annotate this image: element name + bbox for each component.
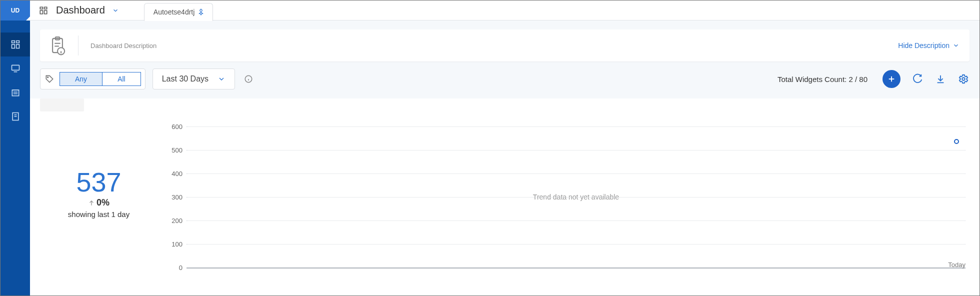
pin-icon[interactable]: [198, 8, 204, 16]
date-range-info-icon[interactable]: [244, 74, 253, 84]
chevron-down-icon: [952, 42, 960, 49]
widget-title-placeholder: [40, 98, 84, 112]
gridline: [186, 197, 966, 198]
reports-icon: [10, 112, 20, 122]
x-axis-label: Today: [948, 261, 966, 268]
top-bar: Dashboard Autoetse4drtj: [30, 0, 980, 20]
y-tick: 500: [172, 146, 182, 154]
monitor-icon: [10, 64, 20, 74]
clipboard-info-icon: [49, 36, 66, 56]
y-tick: 200: [172, 217, 182, 224]
svg-rect-14: [44, 7, 47, 9]
archive-icon: [10, 88, 20, 98]
left-rail: UD: [0, 0, 30, 296]
hide-description-button[interactable]: Hide Description: [898, 42, 960, 50]
gridline: [186, 244, 966, 244]
app-logo-text: UD: [11, 7, 20, 14]
svg-rect-16: [44, 10, 47, 14]
widgets-count-label: Total Widgets Count: 2 / 80: [778, 75, 868, 84]
add-widget-button[interactable]: [882, 70, 900, 88]
settings-button[interactable]: [958, 73, 970, 85]
svg-rect-3: [16, 44, 19, 48]
kpi-block: 537 0% showing last 1 day: [40, 126, 158, 218]
kpi-delta-value: 0%: [96, 198, 110, 208]
nav-dashboard[interactable]: [0, 32, 30, 56]
arrow-up-icon: [88, 200, 95, 206]
page-title: Dashboard: [56, 4, 105, 16]
gear-icon: [958, 74, 969, 84]
refresh-button[interactable]: [912, 73, 924, 85]
gridline: [186, 174, 966, 174]
kpi-subtext: showing last 1 day: [40, 210, 158, 218]
nav-archive[interactable]: [0, 80, 30, 104]
gridline: [186, 126, 966, 127]
tab-current[interactable]: Autoetse4drtj: [144, 3, 214, 21]
description-label: Dashboard Description: [90, 42, 156, 50]
y-tick: 400: [172, 170, 182, 178]
tag-mode-segmented: Any All: [60, 72, 141, 86]
nav-monitor[interactable]: [0, 56, 30, 80]
svg-point-24: [48, 77, 48, 78]
refresh-icon: [912, 74, 923, 84]
description-panel: Dashboard Description Hide Description: [40, 30, 970, 62]
date-range-label: Last 30 Days: [162, 74, 208, 84]
hide-description-label: Hide Description: [898, 42, 950, 50]
plus-icon: [887, 74, 896, 84]
svg-rect-2: [12, 44, 14, 48]
svg-rect-13: [40, 7, 42, 9]
download-button[interactable]: [934, 73, 946, 85]
tab-label: Autoetse4drtj: [154, 8, 195, 16]
widget-area: 537 0% showing last 1 day 01002003004005…: [30, 98, 980, 296]
dashboard-small-icon: [39, 6, 48, 15]
y-tick: 300: [172, 194, 182, 201]
y-tick: 100: [172, 240, 182, 248]
gridline: [186, 220, 966, 221]
baseline: [186, 268, 966, 268]
svg-rect-15: [40, 10, 42, 14]
date-range-select[interactable]: Last 30 Days: [152, 68, 235, 90]
tag-filter-box: Any All: [40, 68, 146, 90]
svg-rect-0: [12, 41, 14, 43]
gridline: [186, 150, 966, 150]
tag-icon: [44, 74, 54, 84]
tag-mode-any[interactable]: Any: [60, 72, 102, 86]
kpi-delta: 0%: [88, 198, 110, 208]
svg-rect-4: [12, 65, 19, 70]
kpi-value: 537: [40, 166, 158, 198]
trend-chart: 0100200300400500600 Trend data not yet a…: [158, 126, 970, 276]
svg-rect-1: [16, 41, 19, 43]
dashboard-icon: [10, 40, 20, 50]
y-tick: 0: [179, 264, 182, 272]
y-tick: 600: [172, 123, 182, 130]
tag-mode-all[interactable]: All: [102, 72, 140, 86]
svg-point-32: [962, 78, 965, 80]
data-point: [954, 139, 959, 144]
download-icon: [935, 74, 946, 84]
chevron-down-icon: [218, 75, 226, 83]
svg-rect-6: [12, 90, 18, 96]
nav-reports[interactable]: [0, 104, 30, 128]
app-logo[interactable]: UD: [0, 0, 30, 20]
controls-bar: Any All Last 30 Days Total Widgets Count…: [30, 62, 980, 98]
title-dropdown-button[interactable]: [112, 7, 119, 14]
chevron-down-icon: [112, 7, 119, 14]
